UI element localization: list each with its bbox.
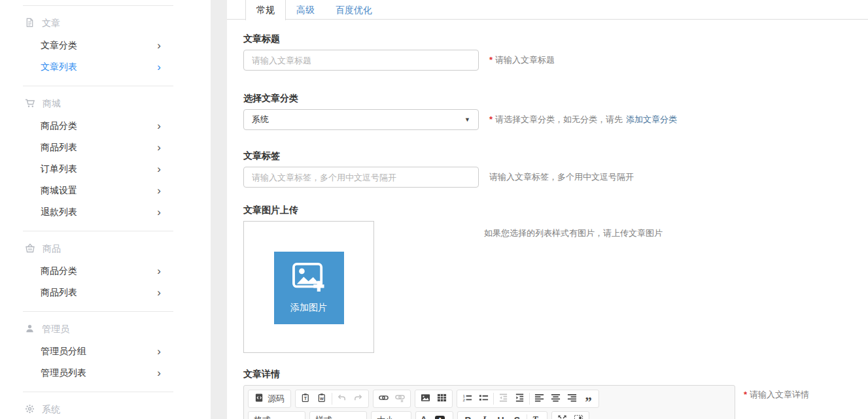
sidebar-divider (23, 392, 173, 392)
chevron-right-icon: › (157, 260, 161, 282)
chevron-right-icon: › (157, 115, 161, 137)
source-button[interactable]: 源码 (251, 391, 288, 407)
category-hint: *请选择文章分类，如无分类，请先添加文章分类 (489, 114, 677, 126)
add-category-link[interactable]: 添加文章分类 (626, 114, 677, 124)
indent-button[interactable] (512, 391, 528, 407)
sidebar-header-article[interactable]: 文章 (25, 14, 211, 33)
form-group-image: 文章图片上传 添加图片 如果您选择的列表样式有图片，请上传文章图片 (243, 205, 868, 353)
toolbar-separator (529, 393, 530, 405)
sidebar-item-goods-category-2[interactable]: 商品分类 › (0, 260, 211, 282)
link-button[interactable] (375, 391, 392, 407)
underline-button[interactable]: U (493, 412, 509, 419)
format-select[interactable]: 格式 ▾ (248, 411, 305, 419)
toolbar-group-tools (551, 411, 589, 419)
sidebar-header-mall[interactable]: 商城 (25, 94, 211, 114)
source-code-icon (254, 393, 264, 405)
text-color-button[interactable]: A ▾ (418, 412, 434, 419)
tab-advanced[interactable]: 高级 (286, 0, 325, 20)
tab-general[interactable]: 常规 (245, 0, 286, 20)
tab-seo[interactable]: 百度优化 (325, 0, 383, 20)
sidebar-item-mall-settings[interactable]: 商城设置 › (0, 180, 211, 201)
toolbar-group-links (373, 390, 411, 408)
form-group-category: 选择文章分类 系统 ▼ *请选择文章分类，如无分类，请先添加文章分类 (243, 93, 868, 130)
sidebar-section-article: 文章 文章分类 › 文章列表 › (0, 14, 211, 78)
tags-input[interactable] (243, 167, 479, 188)
unlink-button[interactable] (392, 391, 408, 407)
bold-icon: B (464, 415, 471, 419)
strikethrough-icon: S (514, 415, 520, 419)
sidebar-header-goods[interactable]: 商品 (25, 239, 211, 259)
sidebar-item-admin-group[interactable]: 管理员分组 › (0, 341, 211, 362)
required-asterisk: * (489, 55, 493, 65)
strikethrough-button[interactable]: S (509, 412, 525, 419)
detail-hint: *请输入文章详情 (744, 385, 809, 401)
remove-format-button[interactable]: Tx (529, 412, 545, 419)
redo-icon (353, 393, 363, 405)
ordered-list-button[interactable]: 12 (459, 391, 476, 407)
style-select[interactable]: 样式 ▾ (309, 411, 367, 419)
sidebar-item-goods-list-2[interactable]: 商品列表 › (0, 282, 211, 303)
undo-button[interactable] (334, 391, 350, 407)
detail-label: 文章详情 (243, 369, 868, 380)
redo-button[interactable] (350, 391, 366, 407)
sidebar-section-goods: 商品 商品分类 › 商品列表 › (0, 239, 211, 303)
layout-gutter (211, 0, 227, 419)
blockquote-icon: ” (585, 394, 592, 405)
title-input[interactable] (243, 50, 479, 71)
align-right-button[interactable] (564, 391, 580, 407)
sidebar-item-article-list[interactable]: 文章列表 › (0, 56, 211, 78)
chevron-right-icon: › (157, 180, 161, 201)
bold-button[interactable]: B (460, 412, 476, 419)
unordered-list-button[interactable] (476, 391, 492, 407)
remove-format-icon: T (532, 415, 538, 419)
chevron-right-icon: › (157, 137, 161, 158)
chevron-right-icon: › (157, 362, 161, 384)
sidebar-item-order-list[interactable]: 订单列表 › (0, 158, 211, 180)
sidebar-item-refund-list[interactable]: 退款列表 › (0, 201, 211, 223)
italic-button[interactable]: I (476, 412, 493, 419)
form-group-detail: 文章详情 源码 (243, 369, 868, 419)
editor-toolbar: 源码 T W (244, 386, 735, 419)
required-asterisk: * (489, 114, 493, 124)
toolbar-separator (332, 393, 332, 405)
maximize-button[interactable] (554, 412, 570, 419)
sidebar-item-goods-category[interactable]: 商品分类 › (0, 115, 211, 137)
category-label: 选择文章分类 (243, 93, 868, 105)
outdent-button[interactable] (495, 391, 512, 407)
paste-word-button[interactable]: W (314, 391, 330, 407)
toolbar-group-insert (415, 390, 453, 408)
chevron-right-icon: › (157, 35, 161, 56)
insert-table-button[interactable] (434, 391, 450, 407)
sidebar-header-label: 商品 (43, 243, 61, 255)
sidebar-item-article-category[interactable]: 文章分类 › (0, 35, 211, 56)
paste-text-button[interactable]: T (298, 391, 314, 407)
svg-text:2: 2 (462, 397, 465, 402)
toolbar-group-source: 源码 (248, 390, 291, 408)
basket-icon (25, 243, 35, 256)
size-select[interactable]: 大小 ▾ (371, 411, 411, 419)
category-select[interactable]: 系统 ▼ (243, 109, 479, 130)
sidebar-divider (23, 311, 173, 312)
chevron-right-icon: › (157, 158, 161, 180)
align-left-button[interactable] (531, 391, 547, 407)
toolbar-row-1: 源码 T W (248, 390, 731, 408)
add-image-button[interactable]: 添加图片 (274, 252, 344, 324)
show-blocks-button[interactable] (570, 412, 587, 419)
sidebar-item-goods-list[interactable]: 商品列表 › (0, 137, 211, 158)
category-select-value: 系统 (252, 114, 269, 126)
sidebar-header-admin[interactable]: 管理员 (25, 320, 211, 339)
image-upload-box: 添加图片 (243, 221, 374, 353)
user-icon (25, 324, 35, 335)
show-blocks-icon (574, 414, 583, 419)
bg-color-button[interactable]: A ▾ (434, 412, 451, 419)
insert-image-button[interactable] (417, 391, 434, 407)
sidebar-header-label: 商城 (43, 98, 61, 110)
blockquote-button[interactable]: ” (580, 391, 597, 407)
sidebar-header-system[interactable]: 系统 (25, 400, 211, 419)
ordered-list-icon: 12 (462, 393, 472, 405)
align-center-button[interactable] (547, 391, 564, 407)
underline-icon: U (497, 415, 504, 419)
cart-icon (25, 98, 35, 110)
sidebar-section-admin: 管理员 管理员分组 › 管理员列表 › (0, 320, 211, 384)
sidebar-item-admin-list[interactable]: 管理员列表 › (0, 362, 211, 384)
